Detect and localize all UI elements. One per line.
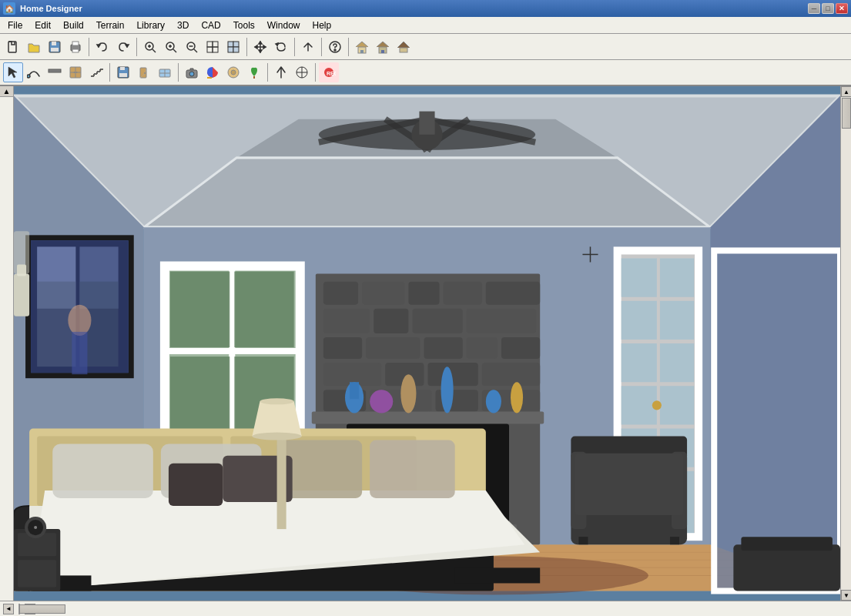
house-roof-button[interactable] — [394, 37, 414, 57]
svg-rect-79 — [412, 309, 462, 333]
status-scroll-controls[interactable]: ◄ ► — [3, 604, 35, 614]
zoom-fit-button[interactable] — [140, 37, 160, 57]
svg-point-44 — [231, 70, 236, 75]
svg-rect-123 — [621, 343, 657, 382]
zoom-ext-button[interactable] — [223, 37, 243, 57]
svg-rect-74 — [408, 282, 439, 305]
svg-point-141 — [68, 305, 91, 336]
maximize-button[interactable]: □ — [822, 3, 834, 14]
menu-library[interactable]: Library — [130, 17, 171, 33]
menu-edit[interactable]: Edit — [28, 17, 57, 33]
zoom-box-button[interactable] — [203, 37, 223, 57]
door-tool[interactable] — [134, 62, 154, 82]
undo-button[interactable] — [92, 37, 112, 57]
svg-point-165 — [34, 526, 37, 529]
svg-point-169 — [260, 398, 293, 404]
stair-tool[interactable] — [86, 62, 106, 82]
svg-rect-77 — [323, 309, 370, 333]
svg-point-19 — [334, 49, 336, 51]
arrow-up-btn[interactable] — [298, 37, 318, 57]
right-scrollbar[interactable]: ▲ ▼ — [840, 86, 851, 601]
svg-point-25 — [27, 75, 30, 78]
save-button[interactable] — [45, 37, 65, 57]
scroll-up-arrow[interactable]: ▲ — [841, 86, 851, 97]
zoom-in-button[interactable] — [161, 37, 181, 57]
scroll-thumb[interactable] — [842, 98, 851, 129]
svg-rect-15 — [233, 42, 239, 47]
redo-button[interactable] — [113, 37, 133, 57]
sep-4 — [294, 38, 295, 56]
question-button[interactable] — [325, 37, 345, 57]
transform-tool[interactable] — [292, 62, 312, 82]
pan-button[interactable] — [250, 37, 270, 57]
menu-3d[interactable]: 3D — [171, 17, 195, 33]
svg-rect-84 — [467, 337, 498, 359]
left-scroll-up[interactable]: ▲ — [0, 86, 13, 97]
close-button[interactable]: ✕ — [836, 3, 848, 14]
window-title: Home Designer — [20, 4, 82, 13]
svg-point-41 — [189, 72, 194, 76]
menu-tools[interactable]: Tools — [227, 17, 261, 33]
svg-rect-96 — [350, 382, 359, 399]
window-controls[interactable]: ─ □ ✕ — [808, 3, 848, 14]
scroll-track[interactable] — [841, 97, 851, 590]
record-button[interactable]: REC — [319, 62, 339, 82]
new-button[interactable] — [3, 37, 23, 57]
toolbar-1 — [0, 34, 851, 60]
menu-window[interactable]: Window — [261, 17, 307, 33]
svg-rect-24 — [400, 48, 407, 52]
svg-rect-89 — [482, 363, 540, 386]
horizontal-scrollbar[interactable] — [18, 604, 20, 614]
svg-rect-126 — [660, 386, 694, 424]
svg-rect-10 — [207, 42, 213, 47]
menu-build[interactable]: Build — [57, 17, 90, 33]
left-panel: ▲ — [0, 86, 14, 601]
plant-tool[interactable] — [244, 62, 264, 82]
svg-rect-113 — [170, 272, 230, 347]
sep-2 — [136, 38, 137, 56]
svg-rect-21 — [360, 50, 364, 53]
sep2-3 — [267, 63, 268, 82]
arc-tool[interactable] — [24, 62, 44, 82]
menu-bar: File Edit Build Terrain Library 3D CAD T… — [0, 17, 851, 34]
rotate-button[interactable] — [271, 37, 291, 57]
window-tool[interactable] — [155, 62, 175, 82]
zoom-out-button[interactable] — [182, 37, 202, 57]
svg-rect-162 — [18, 560, 56, 587]
menu-file[interactable]: File — [2, 17, 28, 33]
arrow-tool[interactable] — [271, 62, 291, 82]
sep2-1 — [109, 63, 110, 82]
menu-terrain[interactable]: Terrain — [90, 17, 131, 33]
main-area: ▲ — [0, 86, 851, 601]
svg-rect-12 — [207, 47, 213, 52]
save2-button[interactable] — [113, 62, 133, 82]
h-scroll-thumb[interactable] — [19, 604, 65, 614]
sep-1 — [89, 38, 89, 56]
svg-rect-82 — [366, 337, 420, 359]
print-button[interactable] — [65, 37, 85, 57]
house-int-button[interactable] — [373, 37, 393, 57]
camera-tool[interactable] — [182, 62, 202, 82]
open-button[interactable] — [24, 37, 44, 57]
viewport[interactable] — [14, 86, 840, 601]
cabinet-tool[interactable] — [65, 62, 85, 82]
svg-rect-13 — [213, 47, 218, 52]
svg-rect-78 — [374, 309, 408, 333]
scroll-down-arrow[interactable]: ▼ — [841, 590, 851, 601]
svg-rect-5 — [72, 42, 79, 45]
scroll-left-arrow[interactable]: ◄ — [3, 604, 14, 614]
house-ext-button[interactable] — [352, 37, 372, 57]
svg-point-99 — [441, 367, 454, 413]
wall-tool[interactable] — [45, 62, 65, 82]
svg-rect-73 — [362, 282, 404, 305]
material-tool[interactable] — [223, 62, 243, 82]
menu-cad[interactable]: CAD — [195, 17, 226, 33]
svg-rect-3 — [51, 48, 59, 52]
svg-rect-34 — [119, 73, 127, 77]
menu-help[interactable]: Help — [306, 17, 337, 33]
minimize-button[interactable]: ─ — [808, 3, 820, 14]
color-tool[interactable] — [203, 62, 223, 82]
title-bar: 🏠 Home Designer ─ □ ✕ — [0, 0, 851, 17]
sep-6 — [348, 38, 349, 56]
select-tool[interactable] — [3, 62, 23, 82]
